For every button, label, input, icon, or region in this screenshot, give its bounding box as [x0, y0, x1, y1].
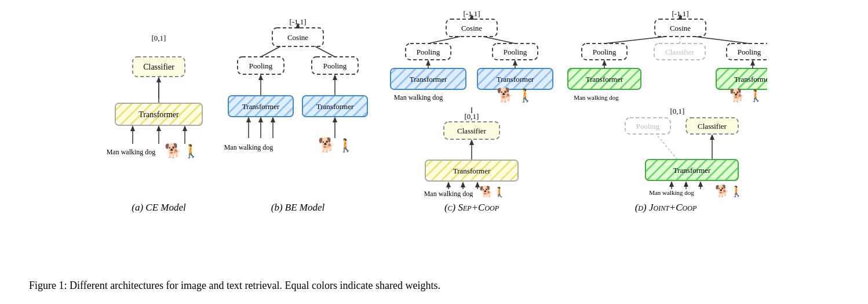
diagram-c: [-1,1] Cosine Pooling Pooling Transforme… [379, 6, 564, 213]
svg-text:🐕: 🐕 [479, 185, 494, 197]
svg-line-34 [261, 46, 280, 57]
svg-text:Pooling: Pooling [636, 122, 660, 131]
svg-text:Classifier: Classifier [457, 126, 486, 135]
svg-marker-113 [602, 60, 607, 66]
svg-text:Man walking dog: Man walking dog [649, 189, 694, 196]
diagrams-row: [0,1] Classifier Transformer [12, 6, 856, 273]
svg-text:🚶: 🚶 [749, 89, 763, 103]
svg-marker-132 [684, 181, 688, 187]
svg-text:🚶: 🚶 [338, 137, 354, 153]
svg-marker-88 [461, 182, 465, 187]
svg-text:Pooling: Pooling [417, 48, 440, 56]
svg-marker-71 [426, 60, 431, 66]
svg-text:🚶: 🚶 [493, 186, 506, 197]
svg-text:[0,1]: [0,1] [465, 112, 479, 121]
svg-marker-115 [750, 60, 755, 66]
svg-marker-52 [333, 117, 337, 122]
svg-text:Transformer: Transformer [410, 75, 447, 84]
svg-text:Pooling: Pooling [738, 48, 761, 56]
diagram-a: [0,1] Classifier Transformer [101, 6, 217, 213]
svg-text:Transformer: Transformer [497, 75, 534, 84]
svg-text:Classifier: Classifier [698, 122, 727, 131]
svg-text:Man walking dog: Man walking dog [394, 93, 443, 102]
svg-line-65 [483, 37, 515, 44]
svg-line-64 [428, 37, 460, 44]
svg-text:Classifier: Classifier [143, 63, 174, 71]
svg-text:Transformer: Transformer [734, 75, 767, 84]
svg-text:Pooling: Pooling [593, 48, 617, 56]
label-b: (b) BE Model [271, 202, 325, 213]
svg-marker-82 [469, 139, 474, 145]
svg-text:[0,1]: [0,1] [670, 107, 685, 115]
svg-text:Cosine: Cosine [670, 24, 691, 32]
svg-text:Transformer: Transformer [138, 110, 179, 119]
svg-marker-49 [271, 117, 275, 122]
svg-marker-47 [258, 117, 263, 122]
svg-marker-45 [246, 117, 251, 122]
svg-marker-134 [698, 181, 703, 187]
diagram-b: [-1,1] Cosine Pooling Pooling [217, 6, 379, 213]
svg-marker-37 [258, 74, 263, 80]
svg-marker-19 [156, 125, 161, 131]
svg-text:🚶: 🚶 [517, 88, 534, 103]
svg-text:🚶: 🚶 [183, 143, 199, 159]
svg-text:🐕: 🐕 [165, 142, 182, 159]
svg-text:🐕: 🐕 [730, 88, 746, 103]
svg-text:Transformer: Transformer [242, 102, 280, 111]
svg-text:Cosine: Cosine [461, 24, 482, 32]
svg-line-105 [604, 37, 666, 44]
svg-text:Man walking dog: Man walking dog [574, 94, 619, 101]
svg-text:🚶: 🚶 [730, 185, 743, 197]
svg-marker-130 [669, 181, 674, 187]
svg-text:Transformer: Transformer [673, 166, 711, 175]
svg-marker-125 [710, 134, 714, 140]
svg-text:Classifier: Classifier [665, 48, 694, 56]
svg-text:[0,1]: [0,1] [152, 34, 166, 42]
svg-text:🐕: 🐕 [497, 86, 514, 103]
label-c: (c) Sep+Coop [444, 202, 499, 213]
svg-text:Man walking dog: Man walking dog [424, 190, 473, 197]
svg-text:Pooling: Pooling [323, 61, 347, 70]
diagram-d: [-1,1] Cosine Pooling Classifier Pooling [564, 6, 767, 213]
svg-text:Cosine: Cosine [287, 33, 308, 42]
svg-marker-13 [156, 77, 161, 82]
svg-text:Man walking dog: Man walking dog [107, 148, 156, 156]
svg-marker-21 [183, 125, 187, 131]
svg-text:Man walking dog: Man walking dog [224, 143, 273, 151]
svg-text:Pooling: Pooling [249, 61, 273, 70]
svg-line-126 [657, 135, 677, 160]
figure-container: [0,1] Classifier Transformer [0, 0, 868, 304]
figure-caption: Figure 1: Different architectures for im… [12, 273, 856, 298]
svg-text:Transformer: Transformer [453, 167, 491, 175]
svg-text:Transformer: Transformer [316, 102, 354, 111]
label-d: (d) Joint+Coop [635, 202, 697, 213]
svg-text:🐕: 🐕 [715, 184, 730, 197]
svg-line-106 [695, 37, 749, 44]
svg-marker-17 [130, 125, 135, 131]
svg-text:Transformer: Transformer [586, 75, 623, 84]
svg-text:Pooling: Pooling [504, 48, 527, 56]
label-a: (a) CE Model [132, 202, 185, 213]
svg-marker-39 [333, 74, 337, 80]
svg-marker-86 [446, 182, 451, 187]
svg-marker-73 [513, 60, 517, 66]
svg-line-35 [315, 46, 335, 57]
svg-text:🐕: 🐕 [318, 136, 335, 153]
svg-line-107 [680, 37, 680, 44]
